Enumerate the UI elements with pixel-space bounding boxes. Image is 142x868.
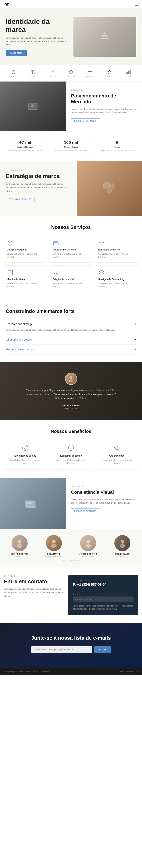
benefit-title-0: Eficiência de custos (7, 455, 44, 457)
contact-title: Entre em contato (4, 579, 64, 585)
email-signup-button[interactable]: ENVIAR (94, 646, 111, 653)
service-desc-5: Sample text. Click to select the Text El… (98, 282, 135, 288)
svg-point-47 (51, 544, 57, 548)
contact-phone: P: +1 (324) 987-56-54 (73, 583, 134, 587)
stat-label-0: Projetos Mundiais (7, 146, 44, 148)
accordion-item-0: Research and strategy + Lorem ipsum dolo… (6, 319, 136, 335)
svg-point-45 (17, 544, 22, 548)
stats-section: +7 mil Projetos Mundiais Sample text. Cl… (0, 131, 142, 161)
service-desc-3: Sample text. Click to select the Text El… (7, 282, 44, 288)
svg-rect-15 (128, 71, 129, 74)
accordion-plus-0[interactable]: + (134, 322, 136, 326)
team-avatar-2 (80, 535, 96, 551)
svg-point-22 (109, 184, 115, 189)
about-section: SOBRE NÓS Posicionamento de Mercado Lore… (0, 82, 142, 131)
consistency-button[interactable]: EXPLORAR DETALHES (71, 508, 100, 514)
icon-label-0: CONTENT (9, 75, 17, 77)
email-signup-title: Junte-se à nossa lista de e-mails (6, 635, 136, 641)
svg-rect-6 (33, 70, 34, 72)
team-avatar-0 (11, 535, 28, 551)
benefit-title-2: Alta qualidade (98, 455, 135, 457)
team-grid: BERTIE NORTON Secretária BOLA MATTIE Ger… (4, 535, 138, 558)
contact-email-label: E-MAIL (73, 593, 134, 595)
team-avatar-1 (46, 535, 62, 551)
svg-point-46 (52, 540, 56, 544)
service-title-2: Estratégia de marca (98, 248, 135, 251)
building-section: Construindo uma marca forte Research and… (0, 301, 142, 362)
accordion-header-label-1: Wireframe and design (6, 338, 32, 341)
svg-point-24 (8, 241, 12, 245)
testimonial-name: Paulo Swanson (6, 404, 136, 407)
testimonial-avatar (65, 373, 77, 385)
service-icon-1 (52, 240, 90, 246)
consistency-title: Consistência Visual (71, 490, 137, 495)
contact-email-input[interactable] (73, 596, 134, 602)
nav-logo: logo (4, 2, 9, 6)
services-title: Nossos Serviços (4, 224, 138, 230)
strategy-title: Estratégia de marca (6, 173, 71, 180)
stat-number-0: +7 mil (7, 140, 44, 145)
service-title-0: Design de logotipo (7, 248, 44, 251)
accordion-plus-2[interactable]: + (134, 347, 136, 351)
accordion-header-label-0: Research and strategy (6, 322, 32, 326)
testimonial-role: Designer de Marca (6, 408, 136, 410)
contact-email-note: Lorem ipsum dolor sit amet, consectetur … (73, 604, 134, 611)
icon-item-1[interactable]: CONTENT (29, 70, 37, 77)
about-image (0, 82, 66, 131)
about-button[interactable]: EXPLORAR DETALHES (71, 118, 100, 124)
svg-point-49 (85, 544, 91, 548)
footer-privacy-link[interactable]: Política de Privacidade (119, 671, 138, 673)
service-icon-2 (98, 240, 135, 246)
icon-item-4[interactable]: CONTENT (86, 70, 94, 77)
icons-row: CONTENT CONTENT CONTENT CONTENT CONTENT … (0, 65, 142, 82)
team-role-1: Gerente de do estúdio (38, 556, 69, 558)
accordion-plus-1[interactable]: + (134, 338, 136, 342)
svg-point-35 (69, 379, 73, 382)
service-title-4: Criação de conteúdo (52, 278, 90, 281)
icon-item-5[interactable]: CONTENT (105, 70, 113, 77)
icon-item-0[interactable]: CONTENT (9, 70, 17, 77)
consistency-description: Lorem ipsum dolor sit amet, consectetur … (71, 498, 137, 505)
stat-number-1: 100 mil (52, 140, 90, 145)
team-card-1: BOLA MATTIE Gerente de do estúdio (38, 535, 69, 558)
email-signup-input[interactable] (31, 646, 93, 653)
team-card-3: JENNIE CLAIRE Secretária (107, 535, 138, 558)
svg-rect-0 (101, 38, 109, 39)
team-role-0: Secretária (4, 556, 35, 558)
contact-left: CONTATOS Entre em contato Lorem ipsum do… (4, 575, 64, 615)
icon-item-3[interactable]: CONTENT (67, 70, 75, 77)
strategy-button[interactable]: EXPLORAR DETALHES (6, 197, 34, 202)
stat-number-2: 9 (98, 140, 135, 145)
service-title-3: Identidade Visual (7, 278, 44, 281)
service-card-0: Design de logotipo Sample text. Click to… (4, 236, 47, 262)
navbar: logo ☰ (0, 0, 142, 8)
benefits-title: Nossos Benefícios (4, 429, 138, 434)
about-label: SOBRE NÓS (71, 89, 137, 91)
accordion-header-2[interactable]: Maintenance and support + (6, 347, 136, 351)
email-signup-section: Junte-se à nossa lista de e-mails ENVIAR (0, 623, 142, 668)
consistency-image (0, 478, 66, 529)
svg-point-23 (107, 189, 112, 193)
team-card-0: BERTIE NORTON Secretária (4, 535, 35, 558)
icon-label-1: CONTENT (29, 75, 37, 77)
svg-marker-29 (99, 241, 104, 245)
stat-card-0: +7 mil Projetos Mundiais Sample text. Cl… (4, 136, 47, 156)
team-section: BERTIE NORTON Secretária BOLA MATTIE Ger… (0, 529, 142, 567)
icon-label-2: CONTENT (48, 75, 56, 77)
stat-card-1: 100 mil Clientes felizes Sample text. Cl… (49, 136, 93, 156)
hero-image (73, 17, 137, 57)
nav-menu-icon[interactable]: ☰ (135, 2, 138, 6)
svg-point-48 (86, 540, 90, 544)
icon-label-5: CONTENT (105, 75, 113, 77)
hero-button[interactable]: SAIBA MAIS (6, 50, 27, 56)
accordion-text-0: Lorem ipsum dolor sit amet, consectetur … (6, 328, 136, 332)
accordion-header-0[interactable]: Research and strategy + (6, 322, 136, 326)
icon-item-6[interactable]: CONTENT (125, 70, 133, 77)
contact-right: LIGUE PARA NÓS P: +1 (324) 987-56-54 E-M… (68, 575, 138, 615)
benefit-icon-2 (112, 444, 121, 452)
team-avatar-3 (114, 535, 131, 551)
icon-item-2[interactable]: CONTENT (48, 70, 56, 77)
service-icon-5 (98, 270, 135, 276)
accordion-header-1[interactable]: Wireframe and design + (6, 338, 136, 342)
benefit-title-1: Economia de tempo (52, 455, 90, 457)
